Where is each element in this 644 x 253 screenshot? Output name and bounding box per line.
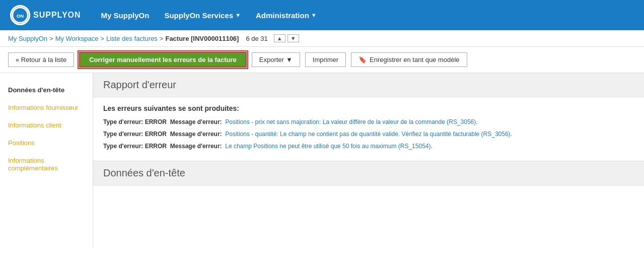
nav-administration[interactable]: Administration ▼ (256, 11, 317, 20)
breadcrumb-mysupplyon[interactable]: My SupplyOn (8, 35, 47, 42)
error-prefix-2: Type d'erreur: ERROR Message d'erreur: (103, 131, 224, 138)
error-link-2: Positions - quantité: Le champ ne contie… (225, 131, 512, 138)
chevron-down-icon: ▼ (235, 12, 241, 18)
chevron-down-icon: ▼ (311, 12, 317, 18)
donnees-entete-header: Données d'en-tête (93, 161, 644, 185)
error-row-1: Type d'erreur: ERROR Message d'erreur: P… (103, 117, 634, 126)
rapport-erreur-header: Rapport d'erreur (93, 73, 644, 97)
error-row-2: Type d'erreur: ERROR Message d'erreur: P… (103, 130, 634, 139)
save-model-button[interactable]: 🔖 Enregistrer en tant que modèle (351, 52, 467, 67)
next-arrow-button[interactable]: ▼ (288, 34, 299, 42)
error-prefix-3: Type d'erreur: ERROR Message d'erreur: (103, 143, 224, 150)
error-row-3: Type d'erreur: ERROR Message d'erreur: L… (103, 142, 634, 151)
error-prefix-1: Type d'erreur: ERROR Message d'erreur: (103, 118, 224, 125)
sidebar: Données d'en-tête Informations fournisse… (0, 73, 93, 248)
correct-errors-button[interactable]: Corriger manuellement les erreurs de la … (79, 52, 247, 68)
error-link-3: Le champ Positions ne peut être utilisé … (225, 143, 433, 150)
logo-icon: ON (10, 5, 30, 25)
error-link-1: Positions - prix net sans majoration: La… (225, 118, 477, 125)
prev-arrow-button[interactable]: ▲ (274, 34, 285, 42)
error-box: Les erreurs suivantes se sont produites:… (93, 97, 644, 161)
sidebar-item-informations-complementaires[interactable]: Informations complémentaires (0, 152, 93, 177)
main-layout: Données d'en-tête Informations fournisse… (0, 73, 644, 248)
sidebar-item-informations-fournisseur[interactable]: Informations fournisseur (0, 99, 93, 116)
pagination-arrows: ▲ ▼ (274, 34, 299, 42)
export-button[interactable]: Exporter ▼ (252, 52, 300, 67)
content-area: Rapport d'erreur Les erreurs suivantes s… (93, 73, 644, 248)
pagination-label: 6 de 31 (246, 35, 267, 42)
sidebar-item-donnees-entete[interactable]: Données d'en-tête (0, 81, 93, 99)
breadcrumb-current: Facture [INV000011106] (165, 35, 239, 42)
svg-text:ON: ON (17, 13, 24, 19)
toolbar: « Retour à la liste Corriger manuellemen… (0, 47, 644, 73)
nav-mysupplyon[interactable]: My SupplyOn (101, 11, 150, 20)
back-button[interactable]: « Retour à la liste (8, 52, 74, 67)
breadcrumb-liste-factures[interactable]: Liste des factures (106, 35, 158, 42)
top-navigation: ON SUPPLYON My SupplyOn SupplyOn Service… (0, 0, 644, 30)
sidebar-item-informations-client[interactable]: Informations client (0, 116, 93, 134)
errors-title: Les erreurs suivantes se sont produites: (103, 104, 634, 112)
chevron-down-icon: ▼ (286, 56, 293, 64)
nav-services[interactable]: SupplyOn Services ▼ (164, 11, 241, 20)
print-button[interactable]: Imprimer (305, 52, 346, 67)
breadcrumb: My SupplyOn > My Workspace > Liste des f… (0, 30, 644, 47)
logo-text: SUPPLYON (33, 11, 81, 20)
bookmark-icon: 🔖 (359, 56, 367, 64)
sidebar-item-positions[interactable]: Positions (0, 134, 93, 152)
logo: ON SUPPLYON (10, 5, 81, 25)
breadcrumb-myworkspace[interactable]: My Workspace (55, 35, 99, 42)
